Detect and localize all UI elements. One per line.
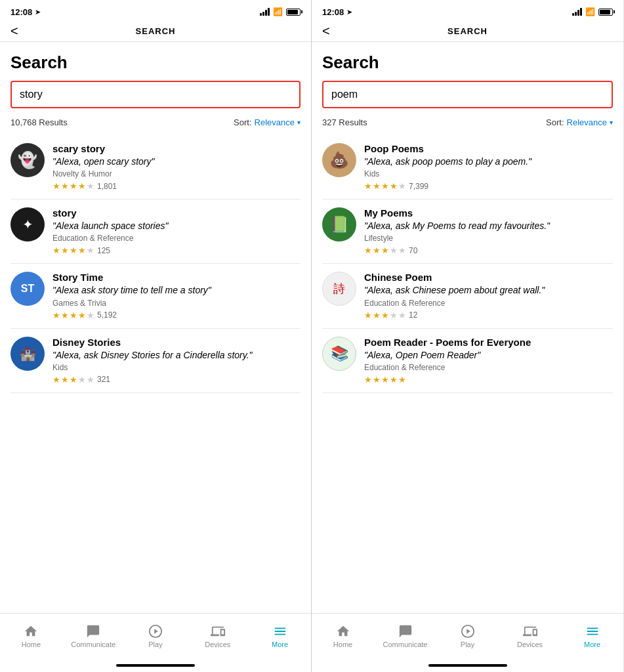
skill-name-poem-reader: Poem Reader - Poems for Everyone: [364, 337, 613, 348]
skill-phrase-chinese-poem: "Alexa, ask Chinese poem about great wal…: [364, 284, 613, 296]
search-box-1[interactable]: story: [10, 81, 301, 108]
stars-row-chinese-poem: ★ ★ ★ ★ ★ 12: [364, 310, 613, 320]
nav-devices-2[interactable]: Devices: [499, 614, 561, 659]
home-indicator-2: [428, 664, 507, 667]
stars-row-poem-reader: ★ ★ ★ ★ ★: [364, 375, 613, 385]
skill-phrase-story-time: "Alexa ask story time to tell me a story…: [52, 284, 301, 296]
phone-1: 12:08 ➤ 📶 < SEARCH Se: [0, 0, 312, 672]
nav-home-1[interactable]: Home: [0, 614, 62, 659]
skill-icon-story-time: ST: [10, 272, 45, 306]
review-count-story-time: 5,192: [97, 310, 117, 320]
skill-category-poop-poems: Kids: [364, 169, 613, 178]
nav-home-label-1: Home: [22, 640, 41, 648]
skill-info-scary-story: scary story "Alexa, open scary story" No…: [52, 143, 301, 191]
svg-marker-3: [467, 629, 470, 633]
home-icon-2: [336, 624, 350, 639]
skill-icon-chinese-poem: 詩: [322, 272, 356, 306]
nav-more-2[interactable]: More: [561, 614, 623, 659]
sort-label-1: Sort:: [234, 117, 251, 127]
review-count-disney: 321: [97, 375, 110, 384]
chat-icon-2: [398, 624, 413, 639]
signal-icon-2: [572, 8, 582, 16]
nav-play-label-1: Play: [148, 640, 162, 648]
review-count-scary-story: 1,801: [97, 182, 117, 191]
wifi-icon-2: 📶: [585, 7, 595, 16]
signal-icon-1: [260, 8, 270, 16]
nav-home-label-2: Home: [333, 640, 352, 648]
skill-icon-poem-reader: 📚: [322, 337, 356, 371]
skill-category-story: Education & Reference: [52, 234, 301, 243]
home-bar-2: [312, 659, 623, 672]
skill-category-story-time: Games & Trivia: [52, 299, 301, 308]
skill-phrase-disney: "Alexa, ask Disney Stories for a Cindere…: [52, 349, 301, 361]
sort-value-1: Relevance: [255, 117, 295, 127]
skill-info-poem-reader: Poem Reader - Poems for Everyone "Alexa,…: [364, 337, 613, 385]
nav-communicate-2[interactable]: Communicate: [374, 614, 436, 659]
skill-phrase-story: "Alexa launch space stories": [52, 220, 301, 232]
nav-communicate-1[interactable]: Communicate: [62, 614, 125, 659]
sort-section-1[interactable]: Sort: Relevance ▾: [234, 117, 301, 127]
sort-value-2: Relevance: [567, 117, 607, 127]
search-box-2[interactable]: poem: [322, 81, 613, 108]
status-icons-2: 📶: [572, 7, 613, 16]
sort-chevron-2: ▾: [610, 119, 613, 126]
page-title-1: Search: [10, 52, 301, 73]
stars-row-story: ★ ★ ★ ★ ★ 125: [52, 245, 301, 255]
nav-play-1[interactable]: Play: [125, 614, 187, 659]
search-query-2: poem: [331, 89, 358, 100]
back-button-2[interactable]: <: [322, 24, 330, 39]
results-bar-2: 327 Results Sort: Relevance ▾: [322, 117, 613, 127]
content-1: Search story 10,768 Results Sort: Releva…: [0, 42, 311, 613]
review-count-story: 125: [97, 246, 110, 255]
location-icon-1: ➤: [35, 8, 41, 16]
skill-item-poem-reader[interactable]: 📚 Poem Reader - Poems for Everyone "Alex…: [322, 329, 613, 393]
sort-section-2[interactable]: Sort: Relevance ▾: [546, 117, 613, 127]
more-icon-1: [273, 624, 287, 639]
nav-home-2[interactable]: Home: [312, 614, 374, 659]
header-2: < SEARCH: [312, 21, 623, 42]
stars-row-my-poems: ★ ★ ★ ★ ★ 70: [364, 245, 613, 255]
content-2: Search poem 327 Results Sort: Relevance …: [312, 42, 623, 613]
nav-play-2[interactable]: Play: [436, 614, 499, 659]
skill-item-story[interactable]: ✦ story "Alexa launch space stories" Edu…: [10, 200, 301, 264]
skill-name-my-poems: My Poems: [364, 207, 613, 219]
header-1: < SEARCH: [0, 21, 311, 42]
status-icons-1: 📶: [260, 7, 301, 16]
skill-info-story: story "Alexa launch space stories" Educa…: [52, 207, 301, 255]
skill-item-chinese-poem[interactable]: 詩 Chinese Poem "Alexa, ask Chinese poem …: [322, 264, 613, 328]
skill-item-story-time[interactable]: ST Story Time "Alexa ask story time to t…: [10, 264, 301, 328]
skill-phrase-my-poems: "Alexa, ask My Poems to read my favourit…: [364, 220, 613, 232]
header-title-2: SEARCH: [447, 26, 488, 36]
play-icon-2: [461, 624, 475, 639]
skill-item-poop-poems[interactable]: 💩 Poop Poems "Alexa, ask poop poems to p…: [322, 135, 613, 200]
skill-item-disney[interactable]: 🏰 Disney Stories "Alexa, ask Disney Stor…: [10, 329, 301, 393]
skill-item-my-poems[interactable]: 📗 My Poems "Alexa, ask My Poems to read …: [322, 200, 613, 264]
skill-icon-poop-poems: 💩: [322, 143, 356, 177]
stars-row-story-time: ★ ★ ★ ★ ★ 5,192: [52, 310, 301, 320]
sort-label-2: Sort:: [546, 117, 564, 127]
back-button-1[interactable]: <: [10, 24, 18, 39]
bottom-nav-1: Home Communicate Play Devices More: [0, 613, 311, 659]
skill-item-scary-story[interactable]: 👻 scary story "Alexa, open scary story" …: [10, 135, 301, 200]
nav-more-1[interactable]: More: [249, 614, 311, 659]
skill-phrase-poem-reader: "Alexa, Open Poem Reader": [364, 349, 613, 361]
results-bar-1: 10,768 Results Sort: Relevance ▾: [10, 117, 301, 127]
nav-devices-1[interactable]: Devices: [186, 614, 249, 659]
more-icon-2: [585, 624, 600, 639]
page-title-2: Search: [322, 52, 613, 73]
results-count-1: 10,768 Results: [10, 117, 68, 127]
review-count-chinese-poem: 12: [409, 310, 417, 320]
nav-devices-label-2: Devices: [517, 640, 543, 648]
search-query-1: story: [20, 89, 43, 100]
header-title-1: SEARCH: [136, 26, 176, 36]
skill-phrase-poop-poems: "Alexa, ask poop poems to play a poem.": [364, 156, 613, 167]
skill-info-my-poems: My Poems "Alexa, ask My Poems to read my…: [364, 207, 613, 255]
status-bar-1: 12:08 ➤ 📶: [0, 0, 311, 21]
skill-info-chinese-poem: Chinese Poem "Alexa, ask Chinese poem ab…: [364, 272, 613, 320]
nav-more-label-2: More: [584, 640, 600, 648]
battery-icon-1: [286, 9, 301, 16]
review-count-poop-poems: 7,399: [409, 182, 428, 191]
skill-name-story: story: [52, 207, 301, 219]
skill-icon-scary-story: 👻: [10, 143, 45, 177]
battery-icon-2: [598, 9, 613, 16]
